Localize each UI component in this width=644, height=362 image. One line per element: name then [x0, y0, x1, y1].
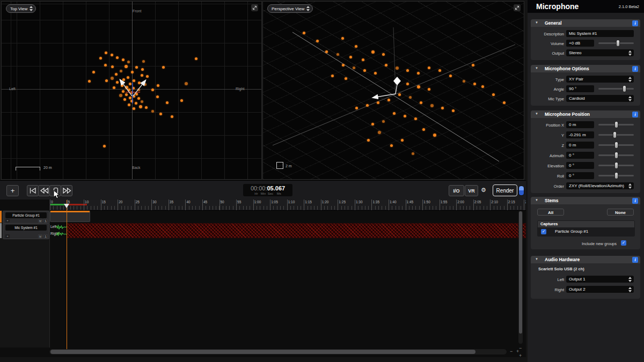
info-icon[interactable]: i: [632, 257, 638, 263]
description-field[interactable]: Mic System #1: [566, 30, 634, 37]
capture-list-item[interactable]: ✓ Particle Group #1: [538, 227, 634, 236]
position-slider[interactable]: [598, 154, 634, 156]
viewport-top-view[interactable]: Front Left Right Back 20 m Top View: [1, 1, 262, 180]
output-left-dropdown[interactable]: Output 1: [566, 276, 634, 283]
playhead[interactable]: [67, 200, 67, 354]
capture-checkbox[interactable]: ✓: [541, 229, 546, 234]
info-icon[interactable]: i: [632, 112, 638, 117]
track-name-field[interactable]: Particle Group #1: [5, 212, 47, 218]
info-icon[interactable]: i: [632, 66, 638, 72]
position-slider-thumb[interactable]: [614, 121, 618, 128]
stems-all-button[interactable]: All: [537, 209, 564, 216]
vertical-scrollbar[interactable]: [518, 211, 523, 344]
volume-slider-thumb[interactable]: [616, 40, 620, 47]
track-header-particle-group[interactable]: Particle Group #1 + M S: [3, 211, 49, 224]
disclosure-triangle-icon[interactable]: ▼: [535, 112, 538, 115]
time-display[interactable]: 00:00:05.067 Hr Min Sec Ms: [243, 184, 292, 196]
order-dropdown[interactable]: ZXY (Roll/Elevation/Azimuth): [566, 182, 634, 189]
position-slider[interactable]: [598, 175, 634, 176]
viewport-perspective-view[interactable]: 2 m Perspective View: [262, 1, 524, 180]
view-selector-top[interactable]: Top View: [6, 4, 36, 13]
type-dropdown[interactable]: XY Pair: [566, 76, 634, 83]
ruler-time-label: 10: [85, 200, 89, 204]
track-add-button[interactable]: +: [5, 234, 10, 238]
info-icon[interactable]: i: [632, 20, 638, 26]
ruler-major-tick: [84, 200, 84, 210]
mute-button[interactable]: M: [38, 234, 42, 238]
output-right-dropdown[interactable]: Output 2: [566, 286, 634, 293]
disclosure-triangle-icon[interactable]: ▼: [535, 67, 538, 70]
microphone-gizmo-perspective[interactable]: [263, 2, 524, 179]
expand-icon-perspective-view[interactable]: [514, 4, 521, 11]
position-value-field[interactable]: 0 °: [566, 172, 594, 179]
position-row-label: Z: [531, 143, 564, 148]
position-slider-thumb[interactable]: [614, 162, 618, 169]
position-slider-thumb[interactable]: [614, 152, 618, 159]
order-label: Order: [531, 184, 564, 189]
ruler-major-tick: [151, 200, 152, 210]
rewind-button[interactable]: [38, 185, 50, 196]
ruler-major-tick: [169, 200, 169, 210]
mic-type-dropdown[interactable]: Cardioid: [566, 95, 634, 102]
position-slider[interactable]: [598, 124, 634, 125]
ruler-major-tick: [321, 200, 321, 210]
position-slider[interactable]: [598, 144, 634, 146]
mute-button[interactable]: M: [38, 219, 42, 223]
ruler-time-label: 45: [203, 200, 207, 204]
sidebar-header: Microphone 2.1.0 Beta2: [528, 0, 644, 13]
position-value-field[interactable]: 0 m: [566, 121, 594, 128]
io-button[interactable]: I/O: [449, 185, 464, 196]
particle-group-clip[interactable]: [50, 211, 90, 222]
disclosure-triangle-icon[interactable]: ▼: [535, 21, 538, 24]
angle-slider-thumb[interactable]: [623, 85, 626, 92]
position-slider-thumb[interactable]: [614, 172, 618, 179]
position-value-field[interactable]: 0 m: [566, 142, 594, 149]
position-value-field[interactable]: 0 °: [566, 162, 594, 169]
angle-slider[interactable]: [598, 88, 634, 90]
timeline-zoom-out-button[interactable]: −: [510, 349, 513, 354]
output-dropdown[interactable]: Stereo: [566, 49, 634, 56]
info-icon[interactable]: i: [632, 198, 638, 204]
time-ruler[interactable]: 05101520253035404550551:001:051:101:151:…: [49, 200, 526, 211]
ruler-major-tick: [185, 200, 186, 210]
track-header-mic-system[interactable]: Mic System #1 + M S: [3, 223, 49, 239]
settings-gear-icon[interactable]: ⚙: [479, 185, 488, 195]
render-toggle[interactable]: [518, 186, 524, 196]
section-title: Microphone Options: [545, 66, 589, 71]
include-new-groups-checkbox[interactable]: ✓: [621, 240, 626, 246]
fast-forward-button[interactable]: [61, 185, 72, 196]
angle-field[interactable]: 90 °: [566, 85, 594, 92]
section-microphone-position: ▼ Microphone Position i Position X0 mY-0…: [531, 110, 640, 193]
position-slider-thumb[interactable]: [613, 131, 617, 138]
disclosure-triangle-icon[interactable]: ▼: [535, 198, 538, 202]
disclosure-triangle-icon[interactable]: ▼: [535, 257, 538, 261]
position-slider-thumb[interactable]: [614, 142, 618, 149]
solo-button[interactable]: S: [43, 219, 48, 223]
position-slider[interactable]: [598, 134, 634, 136]
horizontal-scrollbar-thumb[interactable]: [50, 350, 475, 354]
playhead-marker[interactable]: [64, 204, 69, 208]
stems-none-button[interactable]: None: [607, 209, 634, 216]
vertical-scrollbar-thumb[interactable]: [519, 211, 522, 334]
app-window: Front Left Right Back 20 m Top View 2 m: [0, 0, 644, 362]
track-zoom-in-button[interactable]: +: [519, 353, 522, 358]
microphone-gizmo-top[interactable]: [2, 2, 261, 179]
view-selector-perspective[interactable]: Perspective View: [267, 4, 313, 13]
track-zoom-out-button[interactable]: −: [519, 346, 522, 351]
position-slider[interactable]: [598, 165, 634, 166]
track-name-field[interactable]: Mic System #1: [5, 225, 47, 231]
vr-button[interactable]: VR: [465, 185, 478, 196]
position-row-label: Elevation: [531, 164, 564, 168]
label-left: Left: [9, 87, 16, 91]
go-to-start-button[interactable]: [27, 185, 39, 196]
solo-button[interactable]: S: [43, 234, 48, 238]
expand-icon-top-view[interactable]: [251, 4, 258, 11]
volume-field[interactable]: +0 dB: [566, 40, 594, 47]
render-button[interactable]: Render: [493, 184, 517, 196]
add-object-button[interactable]: +: [6, 185, 19, 196]
volume-slider[interactable]: [598, 42, 634, 44]
position-value-field[interactable]: 0 °: [566, 152, 594, 159]
position-value-field[interactable]: -0.291 m: [566, 131, 594, 138]
track-add-button[interactable]: +: [5, 219, 10, 223]
horizontal-scrollbar[interactable]: [49, 349, 507, 354]
